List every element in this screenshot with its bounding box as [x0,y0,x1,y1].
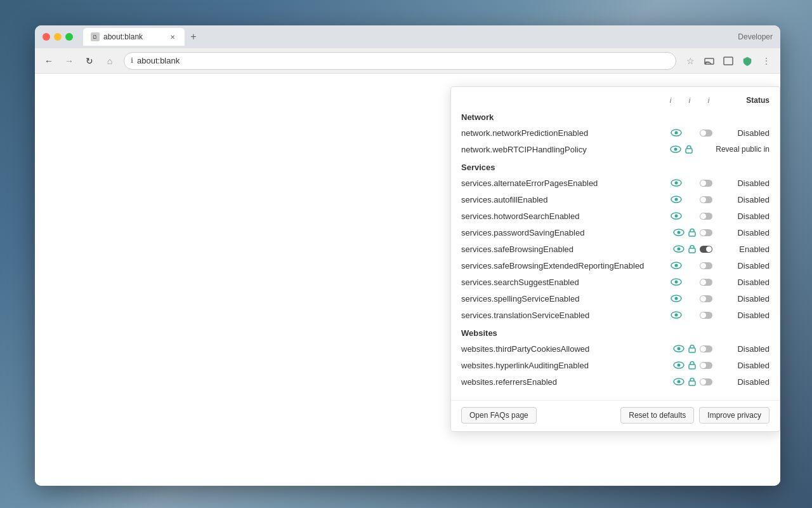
setting-icons [673,377,714,386]
developer-label: Developer [738,32,773,41]
setting-name: services.autofillEnabled [461,195,671,204]
zoom-button[interactable] [719,52,737,70]
svg-point-14 [675,198,678,201]
tab-favicon: 🗋 [91,32,100,41]
svg-point-27 [678,248,681,251]
nav-bar: ← → ↻ ⌂ ℹ about:blank ☆ [35,48,780,74]
setting-icons [671,129,714,137]
setting-status: Disabled [719,294,769,304]
eye-icon[interactable] [673,361,684,369]
toggle-on-icon[interactable] [700,245,714,253]
svg-rect-8 [686,149,692,153]
svg-point-46 [700,312,706,318]
toggle-icon[interactable] [700,129,714,137]
bookmark-button[interactable]: ☆ [681,52,699,70]
forward-button[interactable]: → [60,52,78,70]
setting-name: services.safeBrowsingExtendedReportingEn… [461,261,671,271]
eye-icon[interactable] [671,196,682,203]
improve-privacy-button[interactable]: Improve privacy [699,407,769,424]
toggle-icon[interactable] [700,361,714,370]
col-icon-1: i [665,97,676,104]
shield-button[interactable] [738,52,756,70]
eye-icon[interactable] [673,229,684,236]
browser-content: i i i Status Network network.networkPred… [35,74,780,486]
tab-bar: 🗋 about:blank ✕ + [83,28,733,46]
privacy-popup: i i i Status Network network.networkPred… [450,86,780,432]
setting-status: Disabled [719,211,769,221]
back-button[interactable]: ← [40,52,58,70]
setting-icons [671,196,714,204]
svg-point-30 [706,246,712,252]
eye-icon[interactable] [673,378,684,385]
reload-button[interactable]: ↻ [81,52,98,70]
toggle-icon[interactable] [700,345,714,353]
address-bar-url: about:blank [137,56,669,65]
new-tab-button[interactable]: + [185,28,202,46]
toggle-icon[interactable] [700,196,714,204]
toggle-icon[interactable] [700,311,714,319]
lock-icon [688,361,696,370]
svg-point-16 [700,197,706,203]
setting-status: Disabled [719,195,769,204]
close-button[interactable] [43,33,50,41]
toggle-icon[interactable] [700,179,714,187]
eye-icon[interactable] [673,245,684,253]
eye-icon[interactable] [671,179,682,187]
col-icon-3: i [704,97,714,104]
svg-point-48 [678,347,681,351]
eye-icon[interactable] [671,129,682,137]
footer-left: Open FAQs page [461,407,537,424]
lock-icon [688,228,696,237]
table-row: services.safeBrowsingEnabled Enabled [451,241,780,257]
maximize-button[interactable] [65,33,73,41]
setting-name: websites.thirdPartyCookiesAllowed [461,344,673,354]
menu-button[interactable]: ⋮ [757,52,775,70]
toggle-icon[interactable] [700,278,714,286]
eye-icon[interactable] [673,345,684,352]
home-button[interactable]: ⌂ [101,52,119,70]
setting-icons [673,244,714,253]
table-row: services.searchSuggestEnabled Disabled [451,274,780,290]
svg-point-32 [675,264,678,267]
table-row: services.passwordSavingEnabled Disabled [451,224,780,241]
svg-point-25 [700,230,706,236]
eye-icon[interactable] [670,145,681,153]
svg-point-58 [678,380,681,384]
browser-window: 🗋 about:blank ✕ + Developer ← → ↻ ⌂ ℹ ab… [35,25,780,486]
popup-content: i i i Status Network network.networkPred… [451,87,780,398]
table-row: services.translationServiceEnabled Disab… [451,307,780,323]
eye-icon[interactable] [671,212,682,220]
open-faqs-button[interactable]: Open FAQs page [461,407,537,424]
setting-name: services.searchSuggestEnabled [461,277,671,287]
toggle-icon[interactable] [700,295,714,303]
svg-rect-54 [689,364,695,369]
svg-point-38 [700,279,706,285]
toggle-icon[interactable] [700,262,714,270]
svg-point-34 [700,263,706,269]
eye-icon[interactable] [671,311,682,319]
traffic-lights [43,33,73,41]
footer-right: Reset to defaults Improve privacy [620,407,769,424]
toggle-icon[interactable] [700,229,714,237]
eye-icon[interactable] [671,262,682,269]
minimize-button[interactable] [54,33,62,41]
table-row: network.networkPredictionEnabled Disable… [451,124,780,141]
svg-rect-59 [689,381,695,385]
setting-name: network.networkPredictionEnabled [461,128,671,138]
active-tab[interactable]: 🗋 about:blank ✕ [83,28,185,46]
setting-icons [671,311,714,319]
eye-icon[interactable] [671,295,682,302]
setting-status: Disabled [719,178,769,188]
toggle-icon[interactable] [700,378,714,386]
setting-icons [671,179,714,187]
setting-name: services.spellingServiceEnabled [461,294,671,304]
svg-point-18 [675,215,678,218]
cast-button[interactable] [700,52,718,70]
desktop: 🗋 about:blank ✕ + Developer ← → ↻ ⌂ ℹ ab… [0,0,812,508]
tab-close-button[interactable]: ✕ [168,32,177,41]
eye-icon[interactable] [671,278,682,286]
toggle-icon[interactable] [700,212,714,220]
reset-defaults-button[interactable]: Reset to defaults [620,407,694,424]
address-bar[interactable]: ℹ about:blank [124,52,676,70]
services-section-header: Services [451,157,780,175]
